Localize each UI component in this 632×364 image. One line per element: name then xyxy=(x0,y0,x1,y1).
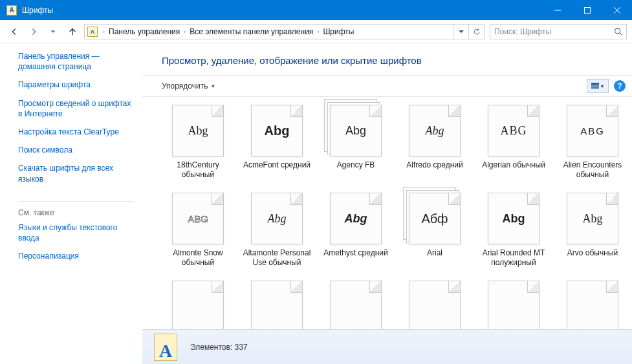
search-icon[interactable] xyxy=(609,27,626,36)
help-button[interactable]: ? xyxy=(614,80,626,92)
font-label: Alien Encounters обычный xyxy=(556,160,629,180)
font-label: Agency FB xyxy=(320,160,392,170)
font-thumbnail: ABG xyxy=(172,193,224,244)
font-thumbnail: Abg xyxy=(409,105,461,156)
font-item[interactable]: ABGAlien Encounters обычный xyxy=(556,105,629,180)
font-item[interactable] xyxy=(241,281,313,329)
dogear-icon xyxy=(369,193,381,205)
svg-marker-4 xyxy=(51,30,56,33)
breadcrumb-separator[interactable]: › xyxy=(181,28,188,35)
breadcrumb-item[interactable]: Панель управления xyxy=(107,27,181,36)
organize-button[interactable]: Упорядочить ▼ xyxy=(162,81,215,91)
breadcrumb-item[interactable]: Все элементы панели управления xyxy=(188,27,314,36)
sidebar-link[interactable]: Настройка текста ClearType xyxy=(18,127,135,137)
forward-button[interactable] xyxy=(25,23,43,41)
sidebar-link[interactable]: Скачать шрифты для всех языков xyxy=(18,163,135,184)
font-item[interactable] xyxy=(320,281,392,329)
font-item[interactable] xyxy=(556,281,629,329)
font-sample: Abg xyxy=(345,124,366,138)
chevron-down-icon: ▼ xyxy=(600,84,605,89)
title-bar: A Шрифты xyxy=(0,0,632,20)
font-thumbnail xyxy=(567,281,618,329)
sidebar-link[interactable]: Панель управления — домашняя страница xyxy=(18,51,135,72)
navigation-bar: A › Панель управления › Все элементы пан… xyxy=(0,20,632,43)
font-item[interactable] xyxy=(162,281,234,329)
dogear-icon xyxy=(212,193,223,205)
font-label: AcmeFont средний xyxy=(241,160,313,170)
see-also-heading: См. также xyxy=(0,208,142,222)
font-item[interactable]: ABGAlmonte Snow обычный xyxy=(162,193,234,268)
recent-dropdown[interactable] xyxy=(44,23,62,41)
font-item[interactable]: AbgAltamonte Personal Use обычный xyxy=(241,193,313,268)
search-input[interactable] xyxy=(490,27,609,36)
sidebar-link[interactable]: Поиск символа xyxy=(18,145,135,155)
font-item[interactable] xyxy=(398,281,471,329)
font-thumbnail: ABG xyxy=(567,105,618,156)
font-sample: Abg xyxy=(503,212,525,226)
see-also-link[interactable]: Персонализация xyxy=(18,251,135,261)
font-item[interactable]: AbgArvo обычный xyxy=(556,193,629,268)
font-item[interactable]: ABGAlgerian обычный xyxy=(477,105,550,180)
main-panel: Просмотр, удаление, отображение или скры… xyxy=(142,43,632,329)
sidebar-link[interactable]: Просмотр сведений о шрифтах в Интернете xyxy=(18,98,135,119)
svg-point-7 xyxy=(615,28,620,34)
font-sample: Abg xyxy=(583,212,603,226)
chevron-down-icon: ▼ xyxy=(210,83,215,89)
address-bar[interactable]: A › Панель управления › Все элементы пан… xyxy=(84,24,485,39)
font-thumbnail: Abg xyxy=(172,105,224,156)
breadcrumb-item[interactable]: Шрифты xyxy=(321,27,355,36)
font-thumbnail xyxy=(330,281,382,329)
view-options-button[interactable]: ▼ xyxy=(587,79,609,93)
font-item[interactable]: AbgAlfredo средний xyxy=(398,105,471,180)
font-label: Algerian обычный xyxy=(477,160,550,170)
font-label: Arial xyxy=(398,248,471,258)
font-item[interactable]: AbgArial Rounded MT полужирный xyxy=(477,193,550,268)
address-dropdown[interactable] xyxy=(453,25,468,39)
font-thumbnail: Абф xyxy=(409,193,461,244)
dogear-icon xyxy=(606,105,618,117)
font-item[interactable]: Abg18thCentury обычный xyxy=(162,105,234,180)
dogear-icon xyxy=(448,281,460,293)
breadcrumb-separator[interactable]: › xyxy=(314,28,321,35)
see-also-link[interactable]: Языки и службы текстового ввода xyxy=(18,222,135,243)
back-button[interactable] xyxy=(5,23,23,41)
divider xyxy=(18,201,135,202)
dogear-icon xyxy=(448,105,460,117)
search-box[interactable] xyxy=(490,24,627,39)
dogear-icon xyxy=(212,105,223,117)
font-thumbnail: Abg xyxy=(330,105,382,156)
dogear-icon xyxy=(606,281,618,293)
breadcrumb-separator[interactable]: › xyxy=(100,28,107,35)
font-item[interactable]: AbgAcmeFont средний xyxy=(241,105,313,180)
font-thumbnail xyxy=(409,281,461,329)
close-button[interactable] xyxy=(602,0,632,20)
font-sample: Abg xyxy=(426,124,444,138)
font-item[interactable]: AbgAgency FB xyxy=(320,105,392,180)
svg-rect-1 xyxy=(585,7,591,13)
refresh-button[interactable] xyxy=(468,25,484,39)
maximize-button[interactable] xyxy=(572,0,602,20)
font-thumbnail xyxy=(488,281,539,329)
window-title: Шрифты xyxy=(22,6,543,15)
font-thumbnail xyxy=(251,281,303,329)
dogear-icon xyxy=(212,281,223,293)
fonts-grid-container: Abg18thCentury обычныйAbgAcmeFont средни… xyxy=(142,97,632,329)
font-label: Altamonte Personal Use обычный xyxy=(241,248,313,268)
sidebar-link[interactable]: Параметры шрифта xyxy=(18,80,135,90)
content-body: Панель управления — домашняя страницаПар… xyxy=(0,43,632,329)
font-item[interactable]: АбфArial xyxy=(398,193,471,268)
sidebar: Панель управления — домашняя страницаПар… xyxy=(0,43,142,329)
dogear-icon xyxy=(290,105,302,117)
dogear-icon xyxy=(448,193,460,205)
font-thumbnail xyxy=(172,281,224,329)
font-thumbnail: Abg xyxy=(488,193,539,244)
font-sample: Абф xyxy=(421,211,448,226)
font-item[interactable] xyxy=(477,281,550,329)
toolbar: Упорядочить ▼ ▼ ? xyxy=(142,75,632,97)
font-item[interactable]: AbgAmethyst средний xyxy=(320,193,392,268)
dogear-icon xyxy=(527,193,539,205)
font-sample: ABG xyxy=(500,124,527,138)
up-button[interactable] xyxy=(63,23,82,41)
minimize-button[interactable] xyxy=(543,0,572,20)
font-label: Almonte Snow обычный xyxy=(162,248,234,268)
